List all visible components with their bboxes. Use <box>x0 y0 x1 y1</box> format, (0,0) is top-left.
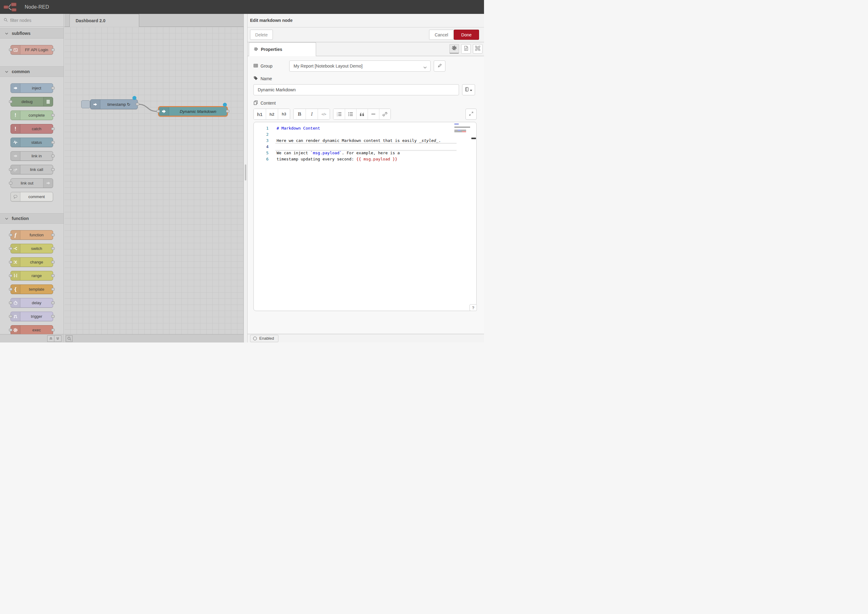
minimap[interactable] <box>454 124 471 133</box>
minimap-line <box>454 130 471 130</box>
name-label: Name <box>253 76 477 82</box>
code-line-text: # Markdown Content <box>269 125 320 132</box>
h1-button[interactable]: h1 <box>254 109 266 119</box>
palette-node-label: function <box>20 231 53 239</box>
palette-node-label: delay <box>20 298 53 307</box>
palette-section-items: injectdebug!complete!catchstatuslink inl… <box>0 77 64 213</box>
markdown-code-editor[interactable]: 1# Markdown Content23Here we can render … <box>253 122 477 311</box>
unordered-list-button[interactable] <box>345 109 356 119</box>
palette-node-catch[interactable]: !catch <box>11 124 53 133</box>
palette-node-label: link call <box>20 165 53 174</box>
palette-node-delay[interactable]: delay <box>11 298 53 308</box>
input-port <box>9 182 12 185</box>
code-line[interactable]: 1# Markdown Content <box>254 125 453 132</box>
input-port <box>9 288 12 291</box>
node-label: timestamp ↻ <box>100 100 137 109</box>
heading-button-group: h1 h2 h3 <box>253 109 290 120</box>
flow-canvas[interactable]: timestamp ↻ Dynamic Markdown <box>64 27 244 334</box>
palette-node-link-call[interactable]: link call <box>11 165 53 174</box>
code-line[interactable]: 6timestamp updating every second: {{ msg… <box>254 156 453 162</box>
palette-node-ff-api-login[interactable]: FF API Login <box>11 45 53 54</box>
blockquote-button[interactable] <box>356 109 368 119</box>
minimap-line <box>454 128 471 129</box>
table-icon <box>253 63 258 69</box>
cancel-button[interactable]: Cancel <box>429 29 454 40</box>
group-select[interactable]: My Report [Notebook Layout Demo] <box>289 60 431 71</box>
flow-node-timestamp[interactable]: timestamp ↻ <box>90 99 138 109</box>
inject-trigger-button[interactable] <box>81 100 90 108</box>
canvas-zoom-button[interactable] <box>66 335 73 342</box>
code-button[interactable]: </> <box>318 109 330 119</box>
palette-node-link-out[interactable]: link out <box>11 178 53 188</box>
palette-node-exec[interactable]: exec <box>11 325 53 334</box>
palette-search-input[interactable]: filter nodes <box>0 14 64 27</box>
node-red-logo-icon <box>3 2 22 12</box>
name-type-button[interactable] <box>462 84 475 95</box>
palette-node-label: catch <box>20 124 53 133</box>
code-line[interactable]: 4 <box>254 144 453 150</box>
code-line-text <box>269 132 276 138</box>
caret-down-icon <box>470 87 472 93</box>
chevron-down-icon <box>5 69 8 74</box>
exclamation-icon: ! <box>11 111 20 120</box>
palette-node-function[interactable]: ffunction <box>11 230 53 240</box>
flow-tab-dashboard[interactable]: Dashboard 2.0 <box>70 14 139 27</box>
appearance-tab-button[interactable] <box>473 44 483 54</box>
expand-editor-button[interactable] <box>466 109 477 120</box>
palette-node-comment[interactable]: comment <box>11 192 53 202</box>
palette-section-common[interactable]: common <box>0 66 64 77</box>
description-tab-button[interactable] <box>461 44 471 54</box>
bold-button[interactable]: B <box>293 109 306 119</box>
output-port[interactable] <box>136 103 139 105</box>
group-label: Group <box>253 63 289 69</box>
output-port <box>51 87 54 90</box>
node-enabled-toggle[interactable]: Enabled <box>250 335 278 342</box>
palette-node-trigger[interactable]: trigger <box>11 312 53 321</box>
code-line[interactable]: 5We can inject `msg.payload`. For exampl… <box>254 150 453 156</box>
code-line[interactable]: 3Here we can render dynamic Markdown con… <box>254 138 453 144</box>
palette-node-debug[interactable]: debug <box>11 97 53 107</box>
link-out-icon <box>43 179 53 188</box>
comment-icon <box>11 192 20 201</box>
line-number: 3 <box>254 138 269 144</box>
palette-section-subflows[interactable]: subflows <box>0 28 64 39</box>
delete-button[interactable]: Delete <box>250 29 273 40</box>
palette-collapse-all-button[interactable] <box>47 335 54 342</box>
ordered-list-button[interactable]: 123 <box>333 109 345 119</box>
minimap-line <box>454 124 471 124</box>
h2-button[interactable]: h2 <box>266 109 278 119</box>
input-port <box>9 234 12 236</box>
palette-node-change[interactable]: change <box>11 257 53 267</box>
output-port[interactable] <box>226 110 229 113</box>
palette-node-template[interactable]: {template <box>11 284 53 294</box>
done-button[interactable]: Done <box>454 29 479 40</box>
palette-node-inject[interactable]: inject <box>11 83 53 93</box>
name-input[interactable] <box>253 84 459 95</box>
edit-group-button[interactable] <box>434 60 446 71</box>
output-port <box>51 114 54 116</box>
palette-node-switch[interactable]: switch <box>11 244 53 253</box>
link-button[interactable] <box>379 109 390 119</box>
chevron-down-icon <box>5 31 8 36</box>
palette-section-function[interactable]: function <box>0 213 64 224</box>
palette-node-link-in[interactable]: link in <box>11 151 53 161</box>
italic-button[interactable]: I <box>306 109 318 119</box>
input-port[interactable] <box>157 110 160 113</box>
tab-properties[interactable]: Properties <box>249 42 316 56</box>
group-row: Group My Report [Notebook Layout Demo] <box>253 60 477 71</box>
flow-node-dynamic-markdown[interactable]: Dynamic Markdown <box>158 106 228 116</box>
editor-help-button[interactable]: ? <box>469 304 477 311</box>
palette-node-status[interactable]: status <box>11 138 53 147</box>
h3-button[interactable]: h3 <box>278 109 290 119</box>
palette-expand-all-button[interactable] <box>54 335 61 342</box>
copy-icon <box>253 100 258 106</box>
horizontal-rule-button[interactable] <box>368 109 379 119</box>
minimap-line <box>454 132 471 132</box>
tray-resize-handle[interactable] <box>244 14 247 343</box>
name-row <box>253 84 477 95</box>
palette-node-range[interactable]: range <box>11 271 53 281</box>
code-line[interactable]: 2 <box>254 132 453 138</box>
palette-footer <box>0 334 64 343</box>
palette-node-complete[interactable]: !complete <box>11 110 53 120</box>
properties-tab-button[interactable] <box>449 44 459 54</box>
